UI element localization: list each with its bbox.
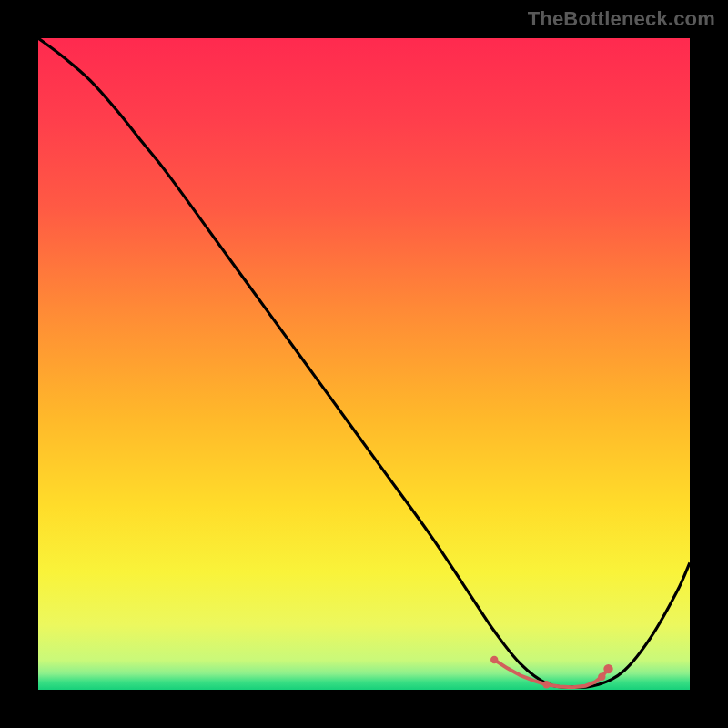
highlight-dot: [603, 664, 612, 673]
bottleneck-curve: [38, 38, 690, 687]
highlight-segment: [494, 660, 608, 687]
highlight-dot: [490, 656, 498, 663]
highlight-dot: [542, 681, 550, 688]
watermark-text: TheBottleneck.com: [528, 7, 715, 31]
curve-layer: [38, 38, 690, 690]
plot-area: [38, 38, 690, 690]
highlight-dot: [598, 672, 605, 680]
chart-frame: TheBottleneck.com: [0, 0, 728, 728]
highlight-dots-group: [490, 656, 613, 689]
